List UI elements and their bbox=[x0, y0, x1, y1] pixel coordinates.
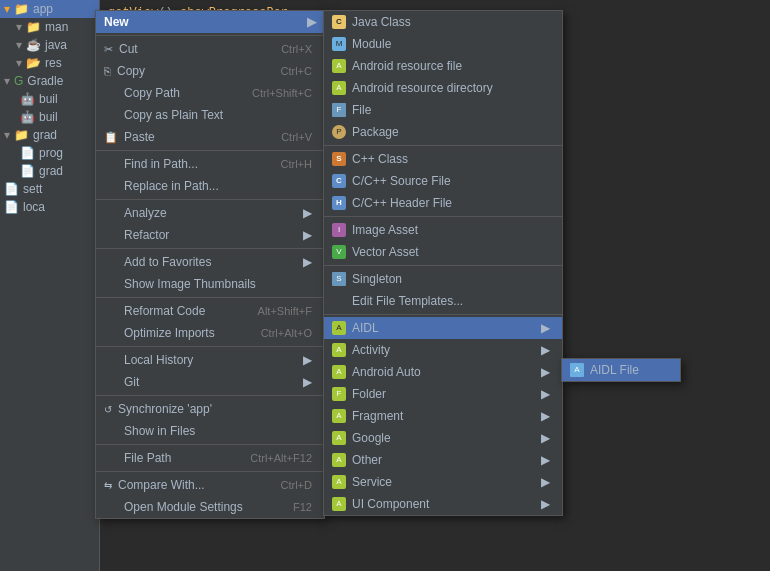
arrow-right-icon: ▶ bbox=[303, 353, 312, 367]
shortcut-label: Ctrl+V bbox=[281, 131, 312, 143]
submenu-new-android-resource-dir[interactable]: A Android resource directory bbox=[324, 77, 562, 99]
submenu-new-package[interactable]: P Package bbox=[324, 121, 562, 143]
menu-item-copy[interactable]: ⎘ Copy Ctrl+C bbox=[96, 60, 324, 82]
menu-item-label: Paste bbox=[124, 130, 155, 144]
submenu-new-cpp-class[interactable]: S C++ Class bbox=[324, 148, 562, 170]
submenu-new-cpp-header[interactable]: H C/C++ Header File bbox=[324, 192, 562, 214]
submenu-new-google[interactable]: A Google ▶ bbox=[324, 427, 562, 449]
menu-item-label: Android resource directory bbox=[352, 81, 493, 95]
submenu-new-service[interactable]: A Service ▶ bbox=[324, 471, 562, 493]
submenu-new-ui-component[interactable]: A UI Component ▶ bbox=[324, 493, 562, 515]
menu-item-label: Vector Asset bbox=[352, 245, 419, 259]
arrow-right-icon: ▶ bbox=[541, 387, 550, 401]
sidebar-item-build1[interactable]: 🤖 buil bbox=[0, 90, 99, 108]
shortcut-label: Alt+Shift+F bbox=[258, 305, 312, 317]
menu-item-open-module-settings[interactable]: Open Module Settings F12 bbox=[96, 496, 324, 518]
menu-item-synchronize[interactable]: ↺ Synchronize 'app' bbox=[96, 398, 324, 420]
menu-item-label: Android resource file bbox=[352, 59, 462, 73]
module-icon: M bbox=[332, 37, 346, 51]
menu-item-optimize-imports[interactable]: Optimize Imports Ctrl+Alt+O bbox=[96, 322, 324, 344]
submenu-new-fragment[interactable]: A Fragment ▶ bbox=[324, 405, 562, 427]
submenu-new-file[interactable]: F File bbox=[324, 99, 562, 121]
submenu-new-android-auto[interactable]: A Android Auto ▶ bbox=[324, 361, 562, 383]
menu-item-show-in-files[interactable]: Show in Files bbox=[96, 420, 324, 442]
sidebar-item-man[interactable]: ▾ 📁 man bbox=[0, 18, 99, 36]
menu-item-label: Replace in Path... bbox=[124, 179, 219, 193]
menu-item-git[interactable]: Git ▶ bbox=[96, 371, 324, 393]
menu-item-refactor[interactable]: Refactor ▶ bbox=[96, 224, 324, 246]
menu-item-label: Module bbox=[352, 37, 391, 51]
sidebar-item-grad[interactable]: ▾ 📁 grad bbox=[0, 126, 99, 144]
image-asset-icon: I bbox=[332, 223, 346, 237]
singleton-icon: S bbox=[332, 272, 346, 286]
arrow-right-icon: ▶ bbox=[303, 206, 312, 220]
menu-item-add-favorites[interactable]: Add to Favorites ▶ bbox=[96, 251, 324, 273]
sidebar-item-settings[interactable]: 📄 sett bbox=[0, 180, 99, 198]
menu-item-new[interactable]: New ▶ bbox=[96, 11, 324, 33]
menu-item-find-in-path[interactable]: Find in Path... Ctrl+H bbox=[96, 153, 324, 175]
submenu-new-vector-asset[interactable]: V Vector Asset bbox=[324, 241, 562, 263]
sidebar-label: prog bbox=[39, 146, 63, 160]
menu-item-label: Package bbox=[352, 125, 399, 139]
arrow-right-icon: ▶ bbox=[541, 497, 550, 511]
submenu-new-module[interactable]: M Module bbox=[324, 33, 562, 55]
menu-item-local-history[interactable]: Local History ▶ bbox=[96, 349, 324, 371]
menu-item-cut[interactable]: ✂ Cut Ctrl+X bbox=[96, 38, 324, 60]
submenu-aidl: A AIDL File bbox=[561, 358, 681, 382]
sidebar-label: sett bbox=[23, 182, 42, 196]
aidl-file-icon: A bbox=[570, 363, 584, 377]
menu-item-label: Optimize Imports bbox=[124, 326, 215, 340]
cpp-s-icon: S bbox=[332, 152, 346, 166]
menu-item-show-thumbnails[interactable]: Show Image Thumbnails bbox=[96, 273, 324, 295]
menu-item-analyze[interactable]: Analyze ▶ bbox=[96, 202, 324, 224]
menu-item-copy-plain[interactable]: Copy as Plain Text bbox=[96, 104, 324, 126]
sidebar-item-local[interactable]: 📄 loca bbox=[0, 198, 99, 216]
submenu-new-android-resource-file[interactable]: A Android resource file bbox=[324, 55, 562, 77]
sidebar-item-prog[interactable]: 📄 prog bbox=[0, 144, 99, 162]
submenu-aidl-file[interactable]: A AIDL File bbox=[562, 359, 680, 381]
submenu-new-java-class[interactable]: C Java Class bbox=[324, 11, 562, 33]
submenu-new-aidl[interactable]: A AIDL ▶ bbox=[324, 317, 562, 339]
menu-item-label: AIDL File bbox=[590, 363, 639, 377]
sidebar-item-gradle-scripts[interactable]: ▾ G Gradle bbox=[0, 72, 99, 90]
sidebar-item-app[interactable]: ▾ 📁 app bbox=[0, 0, 99, 18]
submenu-new-cpp-source[interactable]: C C/C++ Source File bbox=[324, 170, 562, 192]
menu-separator bbox=[96, 199, 324, 200]
android-res-dir-icon: A bbox=[332, 81, 346, 95]
menu-item-label: AIDL bbox=[352, 321, 379, 335]
menu-separator bbox=[96, 395, 324, 396]
arrow-icon: ▾ bbox=[4, 128, 10, 142]
aidl-icon: A bbox=[332, 321, 346, 335]
sidebar-label: buil bbox=[39, 92, 58, 106]
menu-item-copy-path[interactable]: Copy Path Ctrl+Shift+C bbox=[96, 82, 324, 104]
arrow-right-icon: ▶ bbox=[541, 321, 550, 335]
sidebar-label: res bbox=[45, 56, 62, 70]
submenu-new-activity[interactable]: A Activity ▶ bbox=[324, 339, 562, 361]
submenu-new-other[interactable]: A Other ▶ bbox=[324, 449, 562, 471]
arrow-icon: ▾ bbox=[4, 38, 22, 52]
menu-item-replace-in-path[interactable]: Replace in Path... bbox=[96, 175, 324, 197]
menu-item-label: File Path bbox=[124, 451, 171, 465]
sidebar-item-java[interactable]: ▾ ☕ java bbox=[0, 36, 99, 54]
sidebar-label: java bbox=[45, 38, 67, 52]
arrow-icon: ▾ bbox=[4, 2, 10, 16]
arrow-right-icon: ▶ bbox=[541, 431, 550, 445]
menu-item-label: Java Class bbox=[352, 15, 411, 29]
menu-item-compare-with[interactable]: ⇆ Compare With... Ctrl+D bbox=[96, 474, 324, 496]
menu-item-paste[interactable]: 📋 Paste Ctrl+V bbox=[96, 126, 324, 148]
sidebar-label: app bbox=[33, 2, 53, 16]
compare-icon: ⇆ bbox=[104, 480, 112, 491]
menu-item-file-path[interactable]: File Path Ctrl+Alt+F12 bbox=[96, 447, 324, 469]
sidebar-item-res[interactable]: ▾ 📂 res bbox=[0, 54, 99, 72]
menu-item-reformat[interactable]: Reformat Code Alt+Shift+F bbox=[96, 300, 324, 322]
file-icon: 📄 bbox=[4, 182, 19, 196]
submenu-new-singleton[interactable]: S Singleton bbox=[324, 268, 562, 290]
submenu-new-image-asset[interactable]: I Image Asset bbox=[324, 219, 562, 241]
sidebar-label: grad bbox=[33, 128, 57, 142]
menu-item-label: Reformat Code bbox=[124, 304, 205, 318]
submenu-new-folder[interactable]: F Folder ▶ bbox=[324, 383, 562, 405]
arrow-right-icon: ▶ bbox=[541, 365, 550, 379]
submenu-new-edit-templates[interactable]: Edit File Templates... bbox=[324, 290, 562, 312]
sidebar-item-build2[interactable]: 🤖 buil bbox=[0, 108, 99, 126]
sidebar-item-grad2[interactable]: 📄 grad bbox=[0, 162, 99, 180]
